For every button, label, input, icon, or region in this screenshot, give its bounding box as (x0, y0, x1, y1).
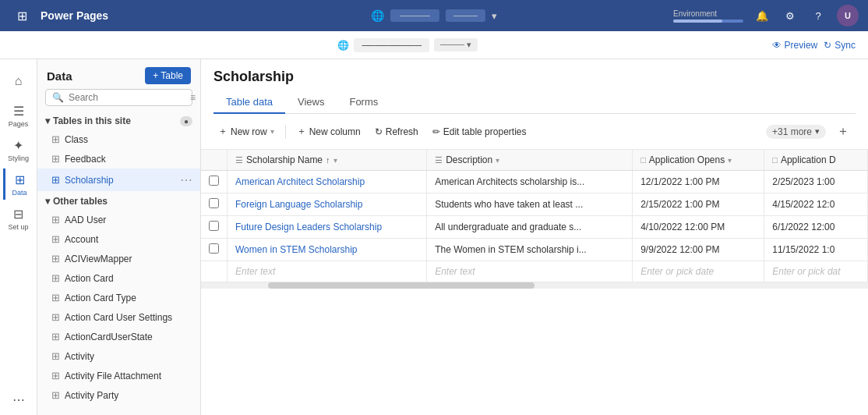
top-nav-right: Environment 🔔 ⚙ ? U (673, 5, 859, 27)
help-icon[interactable]: ? (809, 6, 827, 25)
sidebar-item-data[interactable]: ⊞ Data (3, 168, 34, 200)
cell-name-2[interactable]: Future Design Leaders Scholarship (228, 216, 427, 239)
table-wrap: ☰ Scholarship Name ↑ ▾ ☰ Description ▾ (201, 150, 868, 415)
sidebar-item-setup[interactable]: ⊟ Set up (3, 203, 34, 234)
scholarship-link-2[interactable]: Future Design Leaders Scholarship (235, 222, 382, 232)
styling-icon: ✦ (13, 138, 23, 153)
sync-button[interactable]: ↻ Sync (824, 40, 856, 51)
empty-cell-app-d[interactable]: Enter or pick dat (764, 261, 868, 282)
table-item-actioncarduserstate[interactable]: ⊞ ActionCardUserState (37, 327, 200, 346)
sidebar-item-styling[interactable]: ✦ Styling (3, 134, 34, 165)
col-caret-desc[interactable]: ▾ (496, 156, 499, 165)
new-column-button[interactable]: ＋ New column (292, 122, 365, 140)
search-icon: 🔍 (52, 92, 64, 103)
section-header-this-site[interactable]: Tables in this site ● (37, 111, 200, 129)
scholarship-link-0[interactable]: American Architect Scholarship (235, 176, 365, 187)
table-icon-action-card: ⊞ (51, 272, 60, 284)
sidebar-item-home[interactable]: ⌂ (3, 66, 34, 97)
new-row-button[interactable]: ＋ New row ▾ (213, 122, 279, 140)
sort-asc-icon[interactable]: ↑ (326, 155, 330, 165)
table-item-action-card[interactable]: ⊞ Action Card (37, 268, 200, 288)
more-icon-scholarship[interactable]: ⋯ (180, 172, 192, 187)
table-icon-aciviewmapper: ⊞ (51, 253, 60, 264)
col-caret-app-opens[interactable]: ▾ (728, 156, 732, 165)
table-item-aciviewmapper[interactable]: ⊞ ACIViewMapper (37, 249, 200, 268)
col-caret-name[interactable]: ▾ (333, 156, 337, 165)
table-item-feedback[interactable]: ⊞ Feedback (37, 149, 200, 168)
filter-icon[interactable]: ≡ (190, 92, 196, 103)
tab-table-data[interactable]: Table data (213, 91, 285, 114)
add-column-icon-button[interactable]: ＋ (831, 120, 856, 143)
page-select-dropdown[interactable]: ──── ▾ (434, 38, 478, 51)
table-item-activity-party[interactable]: ⊞ Activity Party (37, 385, 200, 405)
scholarship-link-1[interactable]: Foreign Language Scholarship (235, 199, 362, 210)
cell-name-0[interactable]: American Architect Scholarship (228, 171, 427, 193)
empty-cell-name[interactable]: Enter text (228, 261, 427, 282)
row-checkbox-2[interactable] (201, 216, 228, 239)
globe-button[interactable]: 🌐 (337, 40, 349, 51)
more-columns-button[interactable]: +31 more ▾ (766, 125, 826, 139)
globe-icon: 🌐 (371, 9, 384, 22)
sidebar-item-pages[interactable]: ☰ Pages (3, 100, 34, 131)
table-item-action-card-user-settings[interactable]: ⊞ Action Card User Settings (37, 307, 200, 327)
table-item-aad-user[interactable]: ⊞ AAD User (37, 210, 200, 229)
table-item-action-card-type[interactable]: ⊞ Action Card Type (37, 288, 200, 307)
page-title: Scholarship (213, 69, 856, 85)
cell-app-d-1: 4/15/2022 12:0 (764, 193, 868, 216)
section-header-other[interactable]: Other tables (37, 191, 200, 210)
table-name-activity-party: Activity Party (65, 390, 118, 401)
table-item-scholarship[interactable]: ⊞ Scholarship ⋯ (37, 168, 200, 191)
checkbox-2[interactable] (209, 221, 219, 231)
search-input[interactable] (69, 92, 185, 103)
layout: ⌂ ☰ Pages ✦ Styling ⊞ Data ⊟ Set up ⋯ Da… (0, 59, 868, 415)
sidebar-item-more[interactable]: ⋯ (3, 384, 34, 415)
styling-label: Styling (8, 154, 29, 162)
scholarship-link-3[interactable]: Women in STEM Scholarship (235, 244, 358, 255)
cell-desc-3: The Women in STEM scholarship i... (427, 239, 633, 261)
row-checkbox-1[interactable] (201, 193, 228, 216)
col-header-app-opens: □ Application Opens ▾ (633, 150, 764, 171)
cell-app-opens-2: 4/10/2022 12:00 PM (633, 216, 764, 239)
table-item-activity-file[interactable]: ⊞ Activity File Attachment (37, 366, 200, 385)
table-name-actioncarduserstate: ActionCardUserState (65, 332, 153, 342)
checkbox-0[interactable] (209, 176, 219, 186)
settings-icon[interactable]: ⚙ (781, 6, 799, 25)
cell-name-3[interactable]: Women in STEM Scholarship (228, 239, 427, 261)
edit-table-properties-button[interactable]: ✏ Edit table properties (428, 124, 531, 140)
refresh-button[interactable]: ↻ Refresh (370, 124, 423, 140)
table-row: American Architect Scholarship American … (201, 171, 868, 193)
preview-button[interactable]: 👁 Preview (772, 40, 818, 51)
row-checkbox-0[interactable] (201, 171, 228, 193)
empty-cell-app-opens[interactable]: Enter or pick date (633, 261, 764, 282)
setup-icon: ⊟ (13, 207, 23, 222)
table-item-account[interactable]: ⊞ Account (37, 229, 200, 249)
tab-views[interactable]: Views (285, 91, 337, 114)
table-item-activity[interactable]: ⊞ Activity (37, 346, 200, 366)
tab-forms[interactable]: Forms (337, 91, 390, 114)
preview-icon: 👁 (772, 40, 782, 51)
plus-icon-row: ＋ (218, 125, 228, 138)
cell-desc-1: Students who have taken at least ... (427, 193, 633, 216)
second-bar-center: 🌐 ───────── ──── ▾ (337, 38, 478, 52)
chevron-down-icon[interactable]: ▾ (492, 10, 497, 22)
col-checkbox (201, 150, 228, 171)
data-label: Data (12, 189, 26, 197)
empty-cell-desc[interactable]: Enter text (427, 261, 633, 282)
add-table-button[interactable]: + Table (145, 67, 191, 84)
cell-name-1[interactable]: Foreign Language Scholarship (228, 193, 427, 216)
horizontal-scrollbar[interactable] (201, 282, 868, 289)
chevron-row: ▾ (270, 127, 274, 136)
page-name[interactable]: ───────── (354, 38, 429, 52)
grid-icon[interactable]: ⊞ (9, 3, 34, 28)
avatar[interactable]: U (837, 5, 859, 27)
table-name-action-card: Action Card (65, 273, 114, 284)
notification-icon[interactable]: 🔔 (753, 6, 771, 25)
col-icon-desc: ☰ (435, 155, 443, 165)
table-item-class[interactable]: ⊞ Class (37, 129, 200, 149)
row-checkbox-3[interactable] (201, 239, 228, 261)
table-list: Tables in this site ● ⊞ Class ⊞ Feedback… (37, 111, 200, 415)
checkbox-1[interactable] (209, 198, 219, 208)
checkbox-3[interactable] (209, 243, 219, 254)
pages-label: Pages (9, 120, 29, 128)
table-row: Future Design Leaders Scholarship All un… (201, 216, 868, 239)
